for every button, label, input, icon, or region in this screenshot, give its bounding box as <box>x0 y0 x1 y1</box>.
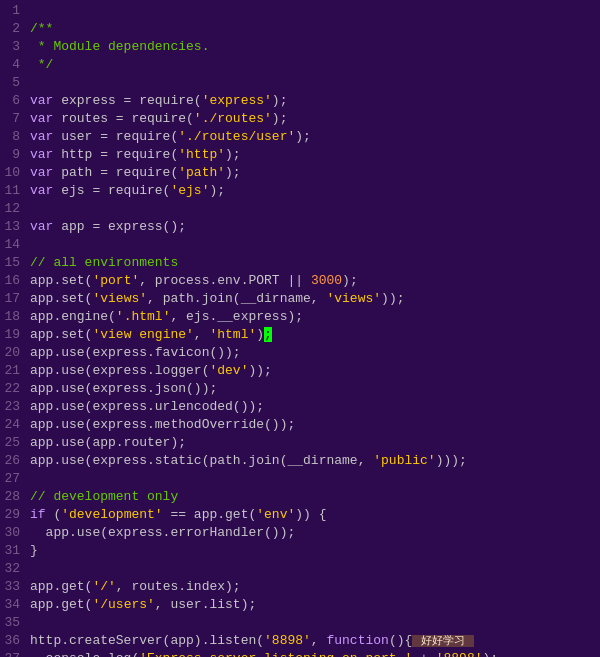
line-number: 1 <box>0 2 30 20</box>
code-line-18: 18 app.engine('.html', ejs.__express); <box>0 308 600 326</box>
code-line-7: 7 var routes = require('./routes'); <box>0 110 600 128</box>
code-line-32: 32 <box>0 560 600 578</box>
line-number: 8 <box>0 128 30 146</box>
line-number: 13 <box>0 218 30 236</box>
line-content: var http = require('http'); <box>30 146 600 164</box>
line-number: 5 <box>0 74 30 92</box>
code-line-22: 22 app.use(express.json()); <box>0 380 600 398</box>
line-content: // all environments <box>30 254 600 272</box>
line-content: var routes = require('./routes'); <box>30 110 600 128</box>
code-line-27: 27 <box>0 470 600 488</box>
line-content: app.get('/', routes.index); <box>30 578 600 596</box>
code-line-16: 16 app.set('port', process.env.PORT || 3… <box>0 272 600 290</box>
line-number: 36 <box>0 632 30 650</box>
code-line-33: 33 app.get('/', routes.index); <box>0 578 600 596</box>
code-line-10: 10 var path = require('path'); <box>0 164 600 182</box>
code-line-36: 36 http.createServer(app).listen('8898',… <box>0 632 600 650</box>
code-line-12: 12 <box>0 200 600 218</box>
line-number: 6 <box>0 92 30 110</box>
line-content: app.use(express.json()); <box>30 380 600 398</box>
line-number: 18 <box>0 308 30 326</box>
code-line-1: 1 <box>0 2 600 20</box>
line-content: var express = require('express'); <box>30 92 600 110</box>
line-content: http.createServer(app).listen('8898', fu… <box>30 632 600 650</box>
line-content: app.set('view engine', 'html'); <box>30 326 600 344</box>
line-number: 30 <box>0 524 30 542</box>
line-number: 20 <box>0 344 30 362</box>
code-line-37: 37 console.log('Express server listening… <box>0 650 600 657</box>
line-number: 22 <box>0 380 30 398</box>
line-content: app.use(express.errorHandler()); <box>30 524 600 542</box>
line-content: app.set('port', process.env.PORT || 3000… <box>30 272 600 290</box>
code-line-25: 25 app.use(app.router); <box>0 434 600 452</box>
code-line-8: 8 var user = require('./routes/user'); <box>0 128 600 146</box>
code-line-9: 9 var http = require('http'); <box>0 146 600 164</box>
code-line-28: 28 // development only <box>0 488 600 506</box>
code-line-13: 13 var app = express(); <box>0 218 600 236</box>
code-line-31: 31 } <box>0 542 600 560</box>
line-content: app.set('views', path.join(__dirname, 'v… <box>30 290 600 308</box>
line-content: app.use(express.urlencoded()); <box>30 398 600 416</box>
line-number: 23 <box>0 398 30 416</box>
line-content: app.use(express.favicon()); <box>30 344 600 362</box>
code-line-2: 2 /** <box>0 20 600 38</box>
line-number: 15 <box>0 254 30 272</box>
line-number: 16 <box>0 272 30 290</box>
code-line-19: 19 app.set('view engine', 'html'); <box>0 326 600 344</box>
line-content: var ejs = require('ejs'); <box>30 182 600 200</box>
code-line-34: 34 app.get('/users', user.list); <box>0 596 600 614</box>
code-line-11: 11 var ejs = require('ejs'); <box>0 182 600 200</box>
line-content: app.get('/users', user.list); <box>30 596 600 614</box>
line-number: 24 <box>0 416 30 434</box>
line-number: 34 <box>0 596 30 614</box>
line-content: app.use(express.logger('dev')); <box>30 362 600 380</box>
code-line-21: 21 app.use(express.logger('dev')); <box>0 362 600 380</box>
line-content: } <box>30 542 600 560</box>
code-line-4: 4 */ <box>0 56 600 74</box>
line-content: app.use(app.router); <box>30 434 600 452</box>
line-content: var user = require('./routes/user'); <box>30 128 600 146</box>
code-line-17: 17 app.set('views', path.join(__dirname,… <box>0 290 600 308</box>
code-line-23: 23 app.use(express.urlencoded()); <box>0 398 600 416</box>
line-content: /** <box>30 20 600 38</box>
line-content: app.use(express.methodOverride()); <box>30 416 600 434</box>
line-number: 25 <box>0 434 30 452</box>
line-number: 21 <box>0 362 30 380</box>
line-content: app.use(express.static(path.join(__dirna… <box>30 452 600 470</box>
code-line-35: 35 <box>0 614 600 632</box>
code-line-20: 20 app.use(express.favicon()); <box>0 344 600 362</box>
code-line-15: 15 // all environments <box>0 254 600 272</box>
code-line-14: 14 <box>0 236 600 254</box>
code-line-5: 5 <box>0 74 600 92</box>
line-number: 9 <box>0 146 30 164</box>
line-number: 32 <box>0 560 30 578</box>
line-content: var app = express(); <box>30 218 600 236</box>
code-line-24: 24 app.use(express.methodOverride()); <box>0 416 600 434</box>
line-number: 4 <box>0 56 30 74</box>
line-number: 12 <box>0 200 30 218</box>
line-number: 19 <box>0 326 30 344</box>
line-content: var path = require('path'); <box>30 164 600 182</box>
line-number: 27 <box>0 470 30 488</box>
code-line-29: 29 if ('development' == app.get('env')) … <box>0 506 600 524</box>
line-content: if ('development' == app.get('env')) { <box>30 506 600 524</box>
line-number: 10 <box>0 164 30 182</box>
line-number: 28 <box>0 488 30 506</box>
code-line-3: 3 * Module dependencies. <box>0 38 600 56</box>
line-number: 7 <box>0 110 30 128</box>
line-number: 17 <box>0 290 30 308</box>
line-number: 37 <box>0 650 30 657</box>
code-editor: 1 2 /** 3 * Module dependencies. 4 */ 5 … <box>0 0 600 657</box>
line-content: app.engine('.html', ejs.__express); <box>30 308 600 326</box>
line-content: // development only <box>30 488 600 506</box>
line-number: 31 <box>0 542 30 560</box>
line-content: * Module dependencies. <box>30 38 600 56</box>
code-line-26: 26 app.use(express.static(path.join(__di… <box>0 452 600 470</box>
code-line-30: 30 app.use(express.errorHandler()); <box>0 524 600 542</box>
line-number: 11 <box>0 182 30 200</box>
line-number: 33 <box>0 578 30 596</box>
line-number: 14 <box>0 236 30 254</box>
line-number: 35 <box>0 614 30 632</box>
line-number: 29 <box>0 506 30 524</box>
line-number: 26 <box>0 452 30 470</box>
